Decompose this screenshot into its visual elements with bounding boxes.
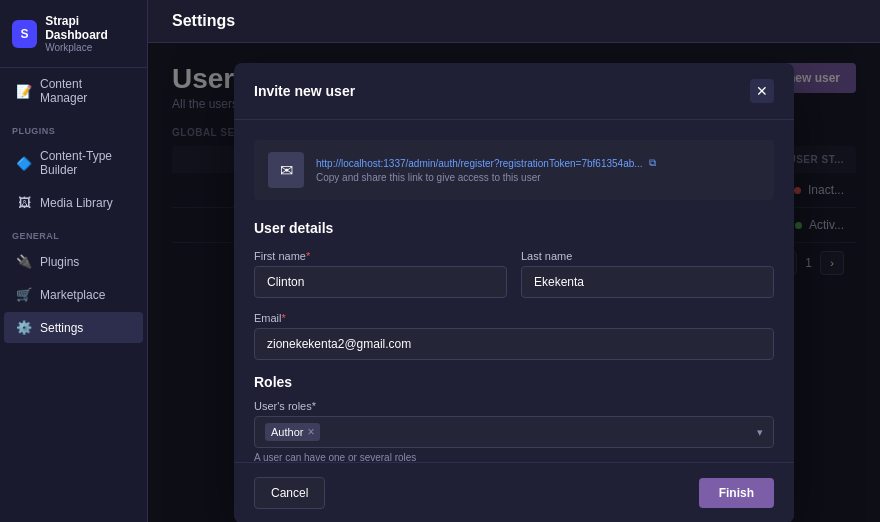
name-form-row: First name* Last name [254,250,774,298]
sidebar-item-media-library[interactable]: 🖼 Media Library [4,187,143,218]
roles-hint: A user can have one or several roles [254,452,774,462]
cancel-button[interactable]: Cancel [254,477,325,509]
modal-footer: Cancel Finish [234,462,794,522]
role-tag-remove[interactable]: × [307,425,314,439]
last-name-group: Last name [521,250,774,298]
page-title: Settings [172,12,235,30]
sidebar-item-content-type-builder[interactable]: 🔷 Content-Type Builder [4,141,143,185]
sidebar-item-label: Plugins [40,255,79,269]
sidebar-item-label: Settings [40,321,83,335]
email-icon: ✉ [268,152,304,188]
finish-button[interactable]: Finish [699,478,774,508]
link-hint: Copy and share this link to give access … [316,172,760,183]
last-name-input[interactable] [521,266,774,298]
sidebar-header: S Strapi Dashboard Workplace [0,0,147,68]
email-label: Email* [254,312,774,324]
sidebar-item-content-manager[interactable]: 📝 Content Manager [4,69,143,113]
copy-icon[interactable]: ⧉ [649,157,656,169]
sidebar-item-label: Content Manager [40,77,131,105]
link-url-text: http://localhost:1337/admin/auth/registe… [316,158,643,169]
sidebar-item-plugins[interactable]: 🔌 Plugins [4,246,143,277]
registration-link-box: ✉ http://localhost:1337/admin/auth/regis… [254,140,774,200]
modal-title: Invite new user [254,83,355,99]
invite-user-modal: Invite new user ✕ ✉ http://localhost:133… [234,63,794,522]
main-content: Settings Users All the users who have ac… [148,0,880,522]
modal-body: ✉ http://localhost:1337/admin/auth/regis… [234,120,794,462]
content-area: Users All the users who have access to t… [148,43,880,522]
content-manager-icon: 📝 [16,84,32,99]
sidebar-logo: S [12,20,37,48]
plugins-section-label: Plugins [0,114,147,140]
roles-dropdown-arrow: ▾ [757,426,763,439]
plugins-icon: 🔌 [16,254,32,269]
email-form-row: Email* [254,312,774,360]
sidebar-brand-name: Strapi Dashboard [45,14,135,42]
registration-link: http://localhost:1337/admin/auth/registe… [316,157,760,169]
role-tag-label: Author [271,426,303,438]
roles-section: Roles User's roles* Author × ▾ A user ca… [254,374,774,462]
first-name-input[interactable] [254,266,507,298]
last-name-label: Last name [521,250,774,262]
modal-close-button[interactable]: ✕ [750,79,774,103]
sidebar-item-label: Marketplace [40,288,105,302]
role-tag-author: Author × [265,423,320,441]
page-header: Settings [148,0,880,43]
content-type-icon: 🔷 [16,156,32,171]
roles-title: Roles [254,374,774,390]
sidebar-item-label: Content-Type Builder [40,149,131,177]
roles-label: User's roles* [254,400,774,412]
sidebar-item-label: Media Library [40,196,113,210]
user-details-title: User details [254,220,774,236]
link-text-area: http://localhost:1337/admin/auth/registe… [316,157,760,183]
marketplace-icon: 🛒 [16,287,32,302]
sidebar-brand-sub: Workplace [45,42,135,53]
sidebar-item-marketplace[interactable]: 🛒 Marketplace [4,279,143,310]
settings-icon: ⚙️ [16,320,32,335]
email-group: Email* [254,312,774,360]
modal-overlay: Invite new user ✕ ✉ http://localhost:133… [148,43,880,522]
sidebar-brand: Strapi Dashboard Workplace [45,14,135,53]
roles-select[interactable]: Author × ▾ [254,416,774,448]
email-input[interactable] [254,328,774,360]
first-name-group: First name* [254,250,507,298]
general-section-label: General [0,219,147,245]
modal-header: Invite new user ✕ [234,63,794,120]
media-library-icon: 🖼 [16,195,32,210]
sidebar-item-settings[interactable]: ⚙️ Settings [4,312,143,343]
sidebar: S Strapi Dashboard Workplace 📝 Content M… [0,0,148,522]
first-name-label: First name* [254,250,507,262]
